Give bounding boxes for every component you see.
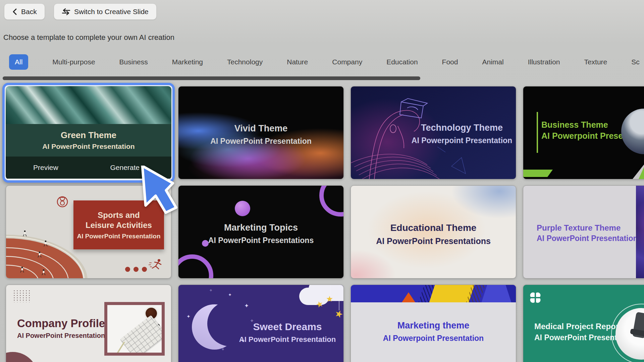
template-subtitle: AI PowerPoint Presentation	[73, 233, 164, 240]
tab-animal[interactable]: Animal	[482, 58, 503, 66]
template-card-technology-theme[interactable]: Technology Theme AI Powerpoint Presentat…	[351, 86, 516, 179]
orange-triangle	[402, 292, 415, 302]
sparkle-star: ✦	[186, 314, 191, 319]
purple-ring-top-right	[319, 185, 344, 217]
page-subtitle: Choose a template to complete your own A…	[3, 33, 174, 42]
medical-clover-icon	[529, 292, 541, 304]
decorative-dot	[125, 267, 130, 272]
template-card-business-theme[interactable]: Business Theme AI Powerpoint Presentatio…	[523, 86, 644, 179]
desk-photo-frame	[104, 302, 165, 356]
tab-all[interactable]: All	[9, 54, 28, 70]
maroon-corner-shape	[6, 352, 38, 362]
star-string	[339, 285, 339, 310]
mouse-cursor	[141, 166, 180, 216]
generate-button[interactable]: Generate	[110, 164, 140, 172]
template-title: Green Theme	[6, 130, 171, 140]
template-card-vivid-theme[interactable]: Vivid Theme AI PowerPoint Presentation	[178, 86, 344, 179]
purple-ring-bottom-left	[178, 254, 213, 279]
purple-texture-image	[636, 186, 644, 278]
tab-business[interactable]: Business	[119, 58, 148, 66]
green-theme-thumbnail-art	[6, 86, 171, 124]
microscope-photo-circle	[611, 304, 644, 362]
chevron-left-icon	[12, 8, 17, 15]
marketing-topics-text: Marketing Topics AI PowerPoint Presentat…	[178, 223, 343, 245]
microscope-photo	[615, 308, 644, 360]
template-title: Marketing theme	[351, 320, 516, 331]
template-title: Technology Theme	[408, 123, 516, 133]
tab-scenery-truncated[interactable]: Sc	[631, 58, 640, 66]
template-card-company-profile[interactable]: Company Profile AI PowerPoint Presentati…	[6, 285, 171, 362]
template-card-sweet-dreams[interactable]: ✦ ✦ ✧ ✦ ✧ ✦ ✧ ★ ★ ★ Sweet Dreams AI Powe…	[178, 285, 344, 362]
businessman-photo-circle	[621, 109, 644, 154]
decorative-dot	[133, 267, 139, 272]
medal-icon	[56, 195, 68, 208]
pen	[114, 342, 125, 356]
sparkle-star: ✧	[209, 288, 212, 293]
tab-nature[interactable]: Nature	[287, 58, 308, 66]
tab-marketing[interactable]: Marketing	[172, 58, 203, 66]
hanging-gold-star: ★	[333, 307, 344, 321]
template-subtitle: AI PowerPoint Presentations	[351, 236, 516, 246]
sparkle-star: ✧	[221, 347, 224, 352]
template-subtitle: AI PowerPoint Presentation	[17, 332, 105, 340]
template-card-educational-theme[interactable]: Educational Theme AI PowerPoint Presenta…	[351, 185, 516, 279]
template-subtitle: AI Powerpoint Presentation	[351, 334, 516, 343]
template-title: Sweet Dreams	[232, 321, 343, 333]
tab-food[interactable]: Food	[442, 58, 458, 66]
back-button-label: Back	[21, 8, 37, 16]
template-title: Purple Texture Theme	[537, 223, 638, 233]
swap-arrows-icon	[62, 8, 70, 15]
technology-theme-text: Technology Theme AI Powerpoint Presentat…	[408, 123, 516, 145]
template-title: Educational Theme	[351, 223, 516, 233]
educational-theme-text: Educational Theme AI PowerPoint Presenta…	[351, 223, 516, 246]
green-accent-line	[537, 112, 538, 153]
switch-button-label: Switch to Creative Slide	[74, 8, 149, 16]
template-subtitle: AI PowerPoint Presentation	[232, 335, 343, 344]
tab-company[interactable]: Company	[332, 58, 362, 66]
template-card-marketing-theme[interactable]: Marketing theme AI Powerpoint Presentati…	[351, 285, 516, 362]
dot-grid-decoration	[13, 290, 30, 302]
crescent-moon	[192, 304, 237, 350]
purple-circle	[235, 201, 250, 216]
template-title: Marketing Topics	[178, 223, 343, 233]
template-title: Vivid Theme	[178, 123, 343, 134]
runner-icon	[149, 258, 163, 272]
template-subtitle: AI PowerPoint Presentation	[6, 142, 171, 150]
template-title: Company Profile	[17, 317, 105, 330]
switch-to-creative-slide-button[interactable]: Switch to Creative Slide	[54, 3, 157, 20]
geometric-header-band	[351, 285, 516, 302]
microscope	[632, 312, 644, 338]
hanging-gold-star: ★	[326, 294, 333, 304]
tabs-scrollbar[interactable]	[3, 76, 420, 80]
category-tabs: All Multi-purpose Business Marketing Tec…	[9, 53, 640, 71]
template-subtitle: AI PowerPoint Presentation	[178, 137, 343, 146]
keyboard	[120, 315, 165, 356]
template-subtitle: AI Powerpoint Presentation	[408, 136, 516, 145]
tab-multi-purpose[interactable]: Multi-purpose	[52, 58, 95, 66]
template-card-marketing-topics[interactable]: Marketing Topics AI PowerPoint Presentat…	[178, 185, 344, 279]
decorative-dot	[142, 267, 147, 272]
template-subtitle: AI PowerPoint Presentations	[178, 236, 343, 245]
vivid-theme-text: Vivid Theme AI PowerPoint Presentation	[178, 123, 343, 146]
sparkle-star: ✦	[228, 292, 232, 297]
template-subtitle: AI PowerPoint Presentation	[537, 234, 638, 243]
green-parallelogram	[523, 170, 553, 177]
template-grid: Green Theme AI PowerPoint Presentation P…	[6, 86, 644, 362]
sparkle-star: ✦	[244, 302, 249, 309]
tab-illustration[interactable]: Illustration	[528, 58, 560, 66]
green-theme-title-band: Green Theme AI PowerPoint Presentation	[6, 124, 171, 157]
tab-technology[interactable]: Technology	[227, 58, 263, 66]
preview-button[interactable]: Preview	[33, 164, 58, 172]
purple-texture-text: Purple Texture Theme AI PowerPoint Prese…	[537, 223, 638, 243]
tab-education[interactable]: Education	[386, 58, 418, 66]
template-card-purple-texture[interactable]: Purple Texture Theme AI PowerPoint Prese…	[523, 185, 644, 279]
back-button[interactable]: Back	[4, 3, 45, 20]
sweet-dreams-text: Sweet Dreams AI PowerPoint Presentation	[232, 321, 343, 344]
tab-texture[interactable]: Texture	[584, 58, 607, 66]
template-card-medical-report[interactable]: Medical Project Report AI PowerPoint Pre…	[523, 285, 644, 362]
marketing-theme-text: Marketing theme AI Powerpoint Presentati…	[351, 320, 516, 343]
